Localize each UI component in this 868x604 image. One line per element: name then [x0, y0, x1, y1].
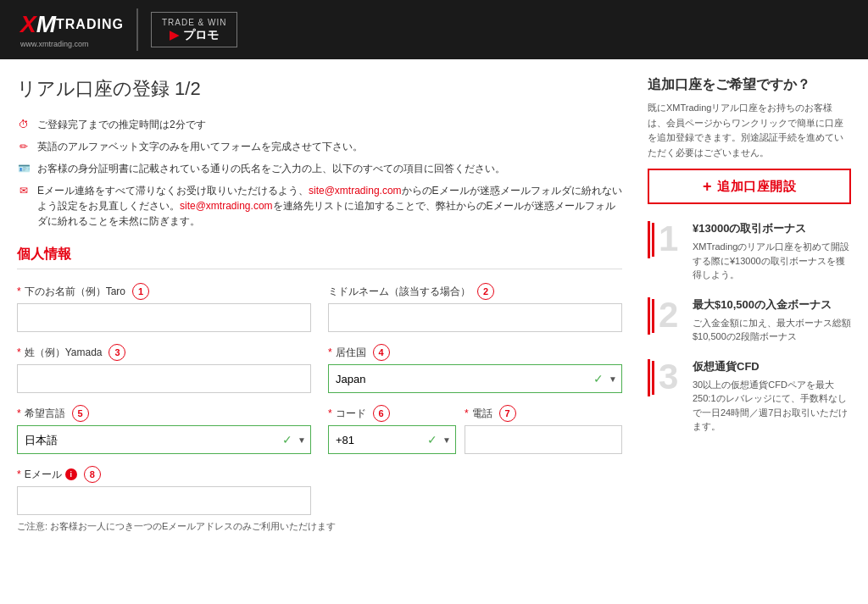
- sidebar-account-desc: 既にXMTradingリアル口座をお持ちのお客様は、会員ページからワンクリックで…: [648, 101, 851, 160]
- bonus-num-3: 3: [659, 359, 686, 395]
- info-text-email-notice: Eメール連絡をすべて滞りなくお受け取りいただけるよう、site@xmtradin…: [37, 183, 622, 229]
- header-divider: [136, 8, 138, 51]
- bonus-text-1: XMTradingのリアル口座を初めて開設する際に¥13000の取引ボーナスを獲…: [693, 240, 851, 282]
- bonus-content-1: ¥13000の取引ボーナス XMTradingのリアル口座を初めて開設する際に¥…: [693, 221, 851, 282]
- code-select[interactable]: +81: [328, 425, 456, 454]
- page-header: X M TRADING www.xmtrading.com TRADE & WI…: [0, 0, 868, 59]
- add-account-label: 追加口座開設: [717, 179, 796, 195]
- email-input[interactable]: [17, 486, 311, 515]
- email-info-icon: i: [65, 468, 77, 480]
- residence-select-wrap: Japan ✓ ▼: [328, 364, 622, 393]
- email-link-1[interactable]: site@xmtrading.com: [309, 185, 402, 197]
- clock-icon: ⏱: [17, 118, 31, 131]
- bonus-title-1: ¥13000の取引ボーナス: [693, 221, 851, 236]
- field-num-2: 2: [477, 283, 494, 300]
- residence-select[interactable]: Japan: [328, 364, 622, 393]
- pencil-icon: ✏: [17, 140, 31, 153]
- xm-logo: X M TRADING www.xmtrading.com: [20, 11, 124, 48]
- lang-phone-grid: * 希望言語 5 日本語 ✓ ▼ * コード: [17, 405, 622, 454]
- bonus-item-1: 1 ¥13000の取引ボーナス XMTradingのリアル口座を初めて開設する際…: [648, 221, 851, 282]
- field-num-1: 1: [132, 283, 149, 300]
- info-text-time: ご登録完了までの推定時間は2分です: [37, 117, 206, 132]
- form-group-middle-name: ミドルネーム（該当する場合） 2: [328, 283, 622, 332]
- add-account-section: 追加口座をご希望ですか？ 既にXMTradingリアル口座をお持ちのお客様は、会…: [648, 76, 851, 204]
- phone-input[interactable]: [465, 425, 622, 454]
- email-notice-icon: ✉: [17, 184, 31, 197]
- bonus-num-1: 1: [659, 221, 686, 257]
- first-name-input[interactable]: [17, 303, 311, 332]
- code-label: * コード 6: [328, 405, 456, 422]
- promo-box: TRADE & WIN ▶ プロモ: [151, 12, 238, 48]
- language-select[interactable]: 日本語: [17, 425, 311, 454]
- code-phone-grid: * コード 6 +81 ✓ ▼ *: [328, 405, 622, 454]
- form-group-first-name: * 下のお名前（例）Taro 1: [17, 283, 311, 332]
- bonus-title-3: 仮想通貨CFD: [693, 359, 851, 374]
- form-group-language: * 希望言語 5 日本語 ✓ ▼: [17, 405, 311, 454]
- email-label: * Eメール i 8: [17, 466, 311, 483]
- page-title: リアル口座の登録 1/2: [17, 76, 622, 102]
- right-sidebar: 追加口座をご希望ですか？ 既にXMTradingリアル口座をお持ちのお客様は、会…: [648, 76, 851, 587]
- form-group-residence: * 居住国 4 Japan ✓ ▼: [328, 344, 622, 393]
- field-num-5: 5: [72, 405, 89, 422]
- logo-area: X M TRADING www.xmtrading.com: [17, 11, 124, 48]
- bonus-content-2: 最大$10,500の入金ボーナス ご入金金額に加え、最大ボーナス総額$10,50…: [693, 297, 851, 344]
- bonus-red-bar-1: [648, 221, 650, 258]
- bonus-num-2: 2: [659, 297, 686, 333]
- middle-name-input[interactable]: [328, 303, 622, 332]
- add-account-button[interactable]: + 追加口座開設: [648, 169, 851, 204]
- main-container: リアル口座の登録 1/2 ⏱ ご登録完了までの推定時間は2分です ✏ 英語のアル…: [0, 59, 868, 604]
- bonus-content-3: 仮想通貨CFD 30以上の仮想通貨CFDペアを最大250:1のレバレッジにて、手…: [693, 359, 851, 434]
- info-item-email-notice: ✉ Eメール連絡をすべて滞りなくお受け取りいただけるよう、site@xmtrad…: [17, 183, 622, 229]
- promo-top-text: TRADE & WIN: [162, 18, 227, 28]
- plus-icon: +: [703, 179, 712, 194]
- last-name-input[interactable]: [17, 364, 311, 393]
- form-group-last-name: * 姓（例）Yamada 3: [17, 344, 311, 393]
- bonus-red-bar-2: [648, 297, 650, 335]
- info-text-alpha: 英語のアルファベット文字のみを用いてフォームを完成させて下さい。: [37, 139, 363, 154]
- middle-name-label: ミドルネーム（該当する場合） 2: [328, 283, 622, 300]
- form-group-phone: * 電話 7: [465, 405, 622, 454]
- section-personal-title: 個人情報: [17, 246, 622, 269]
- promo-bottom-text: プロモ: [183, 28, 219, 42]
- field-num-3: 3: [108, 344, 125, 361]
- form-grid: * 下のお名前（例）Taro 1 ミドルネーム（該当する場合） 2 * 姓（例）…: [17, 283, 622, 393]
- phone-label: * 電話 7: [465, 405, 622, 422]
- language-label: * 希望言語 5: [17, 405, 311, 422]
- bonus-item-3: 3 仮想通貨CFD 30以上の仮想通貨CFDペアを最大250:1のレバレッジにて…: [648, 359, 851, 434]
- field-num-4: 4: [373, 344, 390, 361]
- residence-label: * 居住国 4: [328, 344, 622, 361]
- bonus-item-2: 2 最大$10,500の入金ボーナス ご入金金額に加え、最大ボーナス総額$10,…: [648, 297, 851, 344]
- logo-m: M: [36, 11, 56, 38]
- last-name-label: * 姓（例）Yamada 3: [17, 344, 311, 361]
- bonus-title-2: 最大$10,500の入金ボーナス: [693, 297, 851, 313]
- email-link-2[interactable]: site@xmtrading.com: [180, 200, 273, 212]
- info-list: ⏱ ご登録完了までの推定時間は2分です ✏ 英語のアルファベット文字のみを用いて…: [17, 117, 622, 229]
- info-item-id: 🪪 お客様の身分証明書に記載されている通りの氏名をご入力の上、以下のすべての項目…: [17, 161, 622, 176]
- sidebar-account-title: 追加口座をご希望ですか？: [648, 76, 851, 94]
- first-name-label: * 下のお名前（例）Taro 1: [17, 283, 311, 300]
- language-select-wrap: 日本語 ✓ ▼: [17, 425, 311, 454]
- info-item-alpha: ✏ 英語のアルファベット文字のみを用いてフォームを完成させて下さい。: [17, 139, 622, 154]
- form-group-email: * Eメール i 8: [17, 466, 311, 515]
- logo-x: X: [20, 11, 36, 38]
- bonus-text-2: ご入金金額に加え、最大ボーナス総額$10,500の2段階ボーナス: [693, 316, 851, 344]
- field-num-7: 7: [499, 405, 516, 422]
- email-section: * Eメール i 8: [17, 466, 311, 515]
- logo-url: www.xmtrading.com: [20, 40, 124, 48]
- form-group-code: * コード 6 +81 ✓ ▼: [328, 405, 456, 454]
- email-note: ご注意: お客様お一人につき一つのEメールアドレスのみご利用いただけます: [17, 520, 622, 533]
- logo-trading: TRADING: [56, 17, 124, 32]
- promo-arrow-icon: ▶: [170, 28, 179, 42]
- code-select-wrap: +81 ✓ ▼: [328, 425, 456, 454]
- id-icon: 🪪: [17, 162, 31, 175]
- bonus-text-3: 30以上の仮想通貨CFDペアを最大250:1のレバレッジにて、手数料なしで一日2…: [693, 378, 851, 434]
- field-num-8: 8: [84, 466, 101, 483]
- left-content: リアル口座の登録 1/2 ⏱ ご登録完了までの推定時間は2分です ✏ 英語のアル…: [17, 76, 622, 587]
- info-text-id: お客様の身分証明書に記載されている通りの氏名をご入力の上、以下のすべての項目に回…: [37, 161, 505, 176]
- field-num-6: 6: [373, 405, 390, 422]
- bonus-red-bar-3: [648, 359, 650, 396]
- info-item-time: ⏱ ご登録完了までの推定時間は2分です: [17, 117, 622, 132]
- bonus-items: 1 ¥13000の取引ボーナス XMTradingのリアル口座を初めて開設する際…: [648, 221, 851, 434]
